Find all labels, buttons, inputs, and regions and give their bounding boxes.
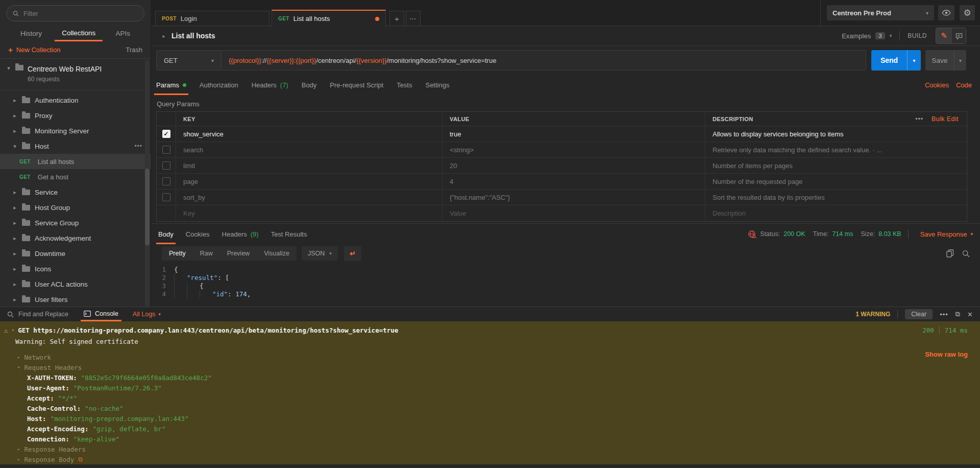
param-key-placeholder[interactable]: Key — [176, 205, 443, 221]
search-response-icon[interactable] — [962, 250, 970, 258]
open-console-window-icon[interactable]: ⧉ — [955, 310, 960, 318]
param-description-placeholder[interactable]: Description — [705, 205, 967, 221]
param-row-show-service[interactable]: ✓ show_service true Allows to display se… — [157, 126, 967, 142]
param-value[interactable]: {"host.name":"ASC"} — [443, 190, 705, 205]
param-value[interactable]: 20 — [443, 158, 705, 173]
param-value[interactable]: true — [443, 126, 705, 142]
checkbox-unchecked[interactable] — [162, 177, 170, 185]
sidebar-folder-monitoring-server[interactable]: ▸ Monitoring Server — [0, 123, 151, 138]
checkbox-checked[interactable]: ✓ — [162, 130, 170, 138]
more-options-icon[interactable]: ••• — [134, 143, 142, 150]
tab-pre-request-script[interactable]: Pre-request Script — [330, 75, 383, 95]
more-options-icon[interactable]: ••• — [915, 115, 923, 123]
sidebar-folder-icons[interactable]: ▸ Icons — [0, 261, 151, 276]
find-and-replace-button[interactable]: Find and Replace — [7, 311, 68, 318]
response-tab-test-results[interactable]: Test Results — [271, 224, 307, 244]
tab-history[interactable]: History — [13, 26, 49, 41]
log-section-request-headers[interactable]: ▾ Request Headers — [0, 362, 980, 372]
param-row-placeholder[interactable]: Key Value Description — [157, 205, 967, 221]
environment-selector[interactable]: Centreon Pre Prod ▾ — [827, 5, 934, 20]
tab-headers[interactable]: Headers (7) — [252, 75, 288, 95]
open-tab-login[interactable]: POST Login — [155, 11, 270, 26]
sidebar-folder-user-filters[interactable]: ▸ User filters — [0, 292, 151, 307]
checkbox-unchecked[interactable] — [162, 146, 170, 154]
open-response-body-icon[interactable]: ⧉ — [78, 456, 83, 463]
new-collection-button[interactable]: + New Collection — [8, 45, 60, 54]
console-options-icon[interactable]: ••• — [940, 311, 948, 318]
log-filter-selector[interactable]: All Logs ▾ — [133, 311, 161, 318]
param-row-search[interactable]: search <string> Retrieve only data match… — [157, 142, 967, 158]
method-selector[interactable]: GET ▾ — [156, 50, 222, 71]
send-button[interactable]: Send ▾ — [871, 50, 921, 71]
param-row-sort-by[interactable]: sort_by {"host.name":"ASC"} Sort the res… — [157, 190, 967, 205]
wrap-lines-button[interactable]: ↵ — [344, 246, 361, 261]
filter-input[interactable] — [23, 10, 138, 17]
scrollbar-thumb[interactable] — [145, 169, 150, 245]
param-row-limit[interactable]: limit 20 Number of items per pages — [157, 158, 967, 174]
copy-icon[interactable] — [946, 249, 954, 258]
param-value[interactable]: 4 — [443, 174, 705, 189]
sidebar-folder-proxy[interactable]: ▸ Proxy — [0, 108, 151, 123]
sidebar-filter[interactable] — [6, 5, 144, 21]
environment-preview-button[interactable] — [938, 5, 954, 20]
url-input[interactable]: {{protocol}}://{{server}}:{{port}}/centr… — [222, 50, 866, 71]
log-section-network[interactable]: ▸ Network — [0, 352, 980, 362]
param-description[interactable]: Retrieve only data matching the defined … — [705, 142, 967, 157]
clear-console-button[interactable]: Clear — [905, 309, 933, 319]
param-key[interactable]: page — [176, 174, 443, 189]
view-preview[interactable]: Preview — [220, 246, 257, 261]
tab-params[interactable]: Params — [156, 75, 186, 95]
caret-right-icon[interactable]: ▸ — [161, 33, 166, 39]
caret-down-icon[interactable]: ▾ — [12, 327, 14, 333]
cookies-link[interactable]: Cookies — [925, 81, 949, 89]
sidebar-request-get-a-host[interactable]: GET Get a host — [0, 169, 151, 184]
new-tab-button[interactable]: + — [389, 11, 404, 26]
param-value-placeholder[interactable]: Value — [443, 205, 705, 221]
trash-button[interactable]: Trash — [126, 46, 142, 54]
tab-settings[interactable]: Settings — [425, 75, 449, 95]
console-log[interactable]: ⚠ ▾ GET https://monitoring-preprod.compa… — [0, 321, 980, 464]
console-tab[interactable]: Console — [81, 307, 121, 321]
param-description[interactable]: Number of the requested page — [705, 174, 967, 189]
bulk-edit-link[interactable]: Bulk Edit — [932, 115, 959, 123]
tab-body[interactable]: Body — [302, 75, 317, 95]
send-options-caret[interactable]: ▾ — [907, 50, 921, 71]
view-raw[interactable]: Raw — [193, 246, 220, 261]
examples-label[interactable]: Examples — [842, 32, 871, 40]
code-link[interactable]: Code — [956, 81, 972, 89]
sidebar-folder-host-group[interactable]: ▸ Host Group — [0, 200, 151, 215]
response-tab-headers[interactable]: Headers (9) — [222, 224, 259, 244]
param-description[interactable]: Allows to display services belonging to … — [705, 126, 967, 142]
show-raw-log-link[interactable]: Show raw log — [925, 350, 968, 358]
tab-collections[interactable]: Collections — [55, 26, 103, 41]
settings-button[interactable]: ⚙ — [960, 5, 975, 20]
sidebar-folder-downtime[interactable]: ▸ Downtime — [0, 246, 151, 261]
sidebar-folder-authentication[interactable]: ▸ Authentication — [0, 92, 151, 108]
log-section-response-body[interactable]: ▸ Response Body ⧉ — [0, 454, 980, 464]
sidebar-folder-service-group[interactable]: ▸ Service Group — [0, 215, 151, 230]
response-body-code[interactable]: 1 { 2 "result": [ 3 { 4 "id": 174, — [152, 263, 980, 308]
log-section-response-headers[interactable]: ▸ Response Headers — [0, 444, 980, 454]
sidebar-request-list-all-hosts[interactable]: GET List all hosts — [0, 154, 151, 169]
chevron-down-icon[interactable]: ▾ — [890, 33, 892, 38]
sidebar-folder-host[interactable]: ▾ Host ••• — [0, 138, 151, 154]
tab-tests[interactable]: Tests — [397, 75, 412, 95]
close-console-icon[interactable]: ✕ — [967, 311, 973, 318]
open-tab-list-all-hosts[interactable]: GET List all hosts — [272, 10, 386, 27]
response-tab-cookies[interactable]: Cookies — [186, 224, 210, 244]
param-key[interactable]: limit — [176, 158, 443, 173]
comments-button[interactable] — [952, 28, 966, 43]
param-row-page[interactable]: page 4 Number of the requested page — [157, 174, 967, 190]
save-button[interactable]: Save ▾ — [925, 50, 966, 71]
format-selector[interactable]: JSON ▾ — [302, 246, 338, 261]
sidebar-folder-user-acl-actions[interactable]: ▸ User ACL actions — [0, 276, 151, 292]
log-request-line[interactable]: ⚠ ▾ GET https://monitoring-preprod.compa… — [0, 324, 980, 336]
edit-request-button[interactable]: ✎ — [936, 28, 952, 43]
view-visualize[interactable]: Visualize — [257, 246, 297, 261]
checkbox-unchecked[interactable] — [162, 161, 170, 170]
save-response-button[interactable]: Save Response ▾ — [920, 230, 973, 238]
tab-options-button[interactable]: ⋯ — [406, 11, 421, 26]
sidebar-folder-acknowledgement[interactable]: ▸ Acknowledgement — [0, 230, 151, 246]
caret-down-icon[interactable]: ▾ — [6, 65, 11, 90]
save-options-caret[interactable]: ▾ — [954, 50, 966, 71]
